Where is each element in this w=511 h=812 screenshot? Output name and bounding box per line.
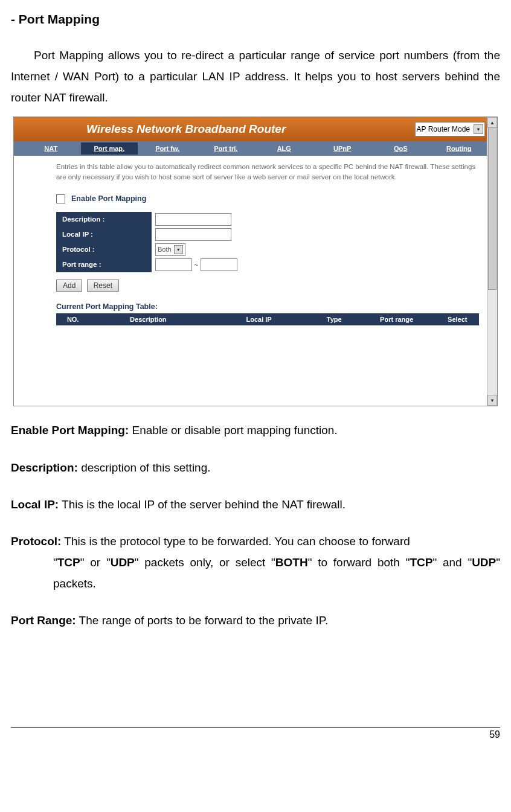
def-enable: Enable Port Mapping: Enable or disable p… [11, 420, 500, 441]
def-description-term: Description: [11, 461, 78, 474]
enable-row: Enable Port Mapping [56, 194, 479, 203]
label-description: Description : [56, 212, 152, 227]
protocol-value: Both [158, 246, 172, 253]
reset-button[interactable]: Reset [87, 280, 119, 292]
tab-nat[interactable]: NAT [22, 142, 80, 155]
col-description: Description [89, 313, 207, 325]
def-protocol: Protocol: This is the protocol type to b… [11, 531, 500, 594]
tab-port-fw[interactable]: Port fw. [139, 142, 196, 155]
page-heading: - Port Mapping [11, 12, 500, 27]
def-protocol-term: Protocol: [11, 535, 61, 548]
def-protocol-t1: This is the protocol type to be forwarde… [61, 535, 410, 548]
label-local-ip: Local IP : [56, 227, 152, 242]
q: " and " [432, 556, 472, 569]
def-localip-term: Local IP: [11, 498, 59, 511]
current-table-title: Current Port Mapping Table: [56, 302, 479, 311]
tab-port-map[interactable]: Port map. [81, 142, 138, 155]
tab-qos[interactable]: QoS [372, 142, 429, 155]
port-range-from-input[interactable] [155, 258, 192, 271]
port-range-separator: ~ [194, 260, 198, 269]
router-body: Entries in this table allow you to autom… [56, 162, 479, 400]
enable-label: Enable Port Mapping [71, 194, 146, 203]
tcp2: TCP [410, 556, 432, 569]
def-enable-text: Enable or disable port mapping function. [129, 424, 337, 436]
def-description: Description: description of this setting… [11, 457, 500, 478]
def-description-text: description of this setting. [78, 461, 211, 474]
scroll-up-icon[interactable]: ▲ [487, 117, 497, 128]
port-range-to-input[interactable] [201, 258, 237, 271]
label-protocol: Protocol : [56, 242, 152, 257]
tab-upnp[interactable]: UPnP [314, 142, 371, 155]
q: " or " [80, 556, 111, 569]
add-button[interactable]: Add [56, 280, 82, 292]
tcp: TCP [57, 556, 80, 569]
both: BOTH [275, 556, 308, 569]
chevron-down-icon: ▼ [174, 245, 183, 254]
def-enable-term: Enable Port Mapping: [11, 424, 129, 436]
scroll-thumb[interactable] [488, 127, 497, 289]
page-footer: 59 [11, 727, 500, 740]
protocol-select[interactable]: Both ▼ [155, 243, 185, 256]
tab-alg[interactable]: ALG [256, 142, 313, 155]
chevron-down-icon: ▼ [474, 124, 483, 134]
mode-select[interactable]: AP Router Mode ▼ [415, 122, 486, 136]
def-portrange-text: The range of ports to be forward to the … [76, 614, 329, 627]
col-local-ip: Local IP [207, 313, 311, 325]
local-ip-input[interactable] [155, 228, 231, 241]
tab-routing[interactable]: Routing [431, 142, 488, 155]
router-banner-title: Wireless Network Broadband Router [86, 123, 415, 136]
description-input[interactable] [155, 213, 231, 226]
q: " packets only, or select " [135, 556, 275, 569]
udp: UDP [111, 556, 135, 569]
mode-select-value: AP Router Mode [417, 125, 471, 133]
form-table: Description : Local IP : Protocol : Both… [56, 212, 241, 272]
q: " [53, 556, 57, 569]
q: " to forward both " [308, 556, 410, 569]
intro-paragraph: Port Mapping allows you to re-direct a p… [11, 45, 500, 108]
col-port-range: Port range [358, 313, 436, 325]
enable-checkbox[interactable] [56, 194, 65, 203]
router-tabs: NAT Port map. Port fw. Port tri. ALG UPn… [14, 141, 487, 156]
label-port-range: Port range : [56, 257, 152, 272]
col-select: Select [436, 313, 479, 325]
def-localip-text: This is the local IP of the server behin… [59, 498, 345, 511]
router-helptext: Entries in this table allow you to autom… [56, 162, 479, 182]
router-banner: Wireless Network Broadband Router AP Rou… [14, 117, 487, 141]
scroll-track[interactable] [487, 127, 497, 395]
scroll-down-icon[interactable]: ▼ [487, 395, 497, 406]
page-number: 59 [489, 729, 500, 740]
def-portrange-term: Port Range: [11, 614, 76, 627]
router-screenshot: Wireless Network Broadband Router AP Rou… [13, 117, 498, 406]
def-localip: Local IP: This is the local IP of the se… [11, 494, 500, 515]
def-portrange: Port Range: The range of ports to be for… [11, 610, 500, 631]
col-no: NO. [56, 313, 89, 325]
scrollbar[interactable]: ▲ ▼ [487, 117, 497, 406]
table-header-row: NO. Description Local IP Type Port range… [56, 313, 479, 325]
tab-port-tri[interactable]: Port tri. [198, 142, 255, 155]
current-table: NO. Description Local IP Type Port range… [56, 313, 479, 325]
col-type: Type [311, 313, 358, 325]
udp2: UDP [472, 556, 496, 569]
